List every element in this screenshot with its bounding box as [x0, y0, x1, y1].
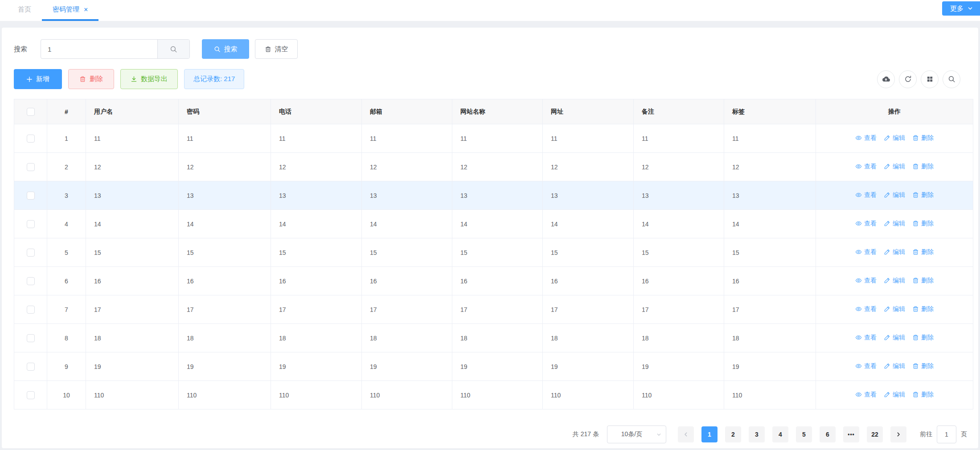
- pager-page-5[interactable]: 5: [796, 426, 812, 442]
- view-link[interactable]: 查看: [855, 248, 877, 256]
- edit-link[interactable]: 编辑: [884, 191, 905, 199]
- row-cell: 12: [452, 153, 543, 181]
- edit-link[interactable]: 编辑: [884, 134, 905, 142]
- pagination: 共 217 条 10条/页 123456•••22 前往 页: [14, 425, 973, 443]
- row-checkbox[interactable]: [27, 249, 35, 257]
- search-append-button[interactable]: [157, 40, 189, 58]
- delete-link[interactable]: 删除: [912, 134, 934, 142]
- row-actions: 查看编辑删除: [816, 238, 973, 267]
- row-index: 2: [47, 153, 86, 181]
- pager-page-22[interactable]: 22: [867, 426, 883, 442]
- tab-inactive[interactable]: 首页: [7, 0, 42, 21]
- delete-button[interactable]: 删除: [68, 69, 114, 89]
- trash-icon: [912, 163, 919, 170]
- edit-link[interactable]: 编辑: [884, 277, 905, 285]
- delete-link[interactable]: 删除: [912, 305, 934, 313]
- export-button[interactable]: 数据导出: [120, 69, 178, 89]
- table-row: 11111111111111111查看编辑删除: [14, 124, 973, 153]
- row-checkbox-cell: [14, 153, 47, 181]
- search-input[interactable]: [41, 40, 157, 58]
- delete-link[interactable]: 删除: [912, 391, 934, 399]
- edit-link[interactable]: 编辑: [884, 334, 905, 342]
- delete-link[interactable]: 删除: [912, 362, 934, 370]
- row-index: 1: [47, 124, 86, 153]
- pager-page-1[interactable]: 1: [701, 426, 718, 442]
- row-cell: 12: [724, 153, 816, 181]
- edit-link[interactable]: 编辑: [884, 305, 905, 313]
- edit-link-label: 编辑: [893, 305, 905, 313]
- refresh-icon[interactable]: [899, 70, 917, 88]
- row-cell: 18: [724, 324, 816, 352]
- edit-link[interactable]: 编辑: [884, 163, 905, 171]
- row-cell: 12: [362, 153, 452, 181]
- pager-page-4[interactable]: 4: [772, 426, 788, 442]
- row-cell: 16: [634, 267, 724, 295]
- row-checkbox[interactable]: [27, 220, 35, 228]
- row-checkbox[interactable]: [27, 192, 35, 200]
- edit-link[interactable]: 编辑: [884, 248, 905, 256]
- search-button[interactable]: 搜索: [202, 39, 249, 59]
- edit-link[interactable]: 编辑: [884, 220, 905, 228]
- pager-page-3[interactable]: 3: [749, 426, 765, 442]
- view-link[interactable]: 查看: [855, 334, 877, 342]
- row-checkbox[interactable]: [27, 334, 35, 342]
- row-cell: 19: [543, 352, 634, 381]
- row-cell: 15: [179, 238, 271, 267]
- delete-link[interactable]: 删除: [912, 277, 934, 285]
- row-checkbox[interactable]: [27, 135, 35, 143]
- delete-link[interactable]: 删除: [912, 334, 934, 342]
- grid-icon[interactable]: [921, 70, 939, 88]
- view-link[interactable]: 查看: [855, 391, 877, 399]
- table-row: 71717171717171717查看编辑删除: [14, 295, 973, 324]
- view-link[interactable]: 查看: [855, 134, 877, 142]
- edit-link[interactable]: 编辑: [884, 362, 905, 370]
- pager-page-6[interactable]: 6: [820, 426, 836, 442]
- pager-page-2[interactable]: 2: [725, 426, 741, 442]
- cloud-upload-icon[interactable]: [877, 70, 895, 88]
- view-link[interactable]: 查看: [855, 220, 877, 228]
- pager-next-button[interactable]: [890, 426, 906, 442]
- delete-link[interactable]: 删除: [912, 163, 934, 171]
- row-index: 8: [47, 324, 86, 352]
- row-cell: 17: [452, 295, 543, 324]
- eye-icon: [855, 306, 862, 312]
- column-header: 邮箱: [362, 99, 452, 124]
- tab-active[interactable]: 密码管理×: [42, 0, 98, 21]
- column-header: #: [47, 99, 86, 124]
- main-panel: 搜索 搜索 清空 新增: [2, 28, 978, 448]
- row-cell: 13: [543, 181, 634, 210]
- goto-page-input[interactable]: [937, 425, 956, 443]
- select-all-checkbox[interactable]: [27, 108, 35, 116]
- view-link[interactable]: 查看: [855, 163, 877, 171]
- delete-link[interactable]: 删除: [912, 248, 934, 256]
- edit-link[interactable]: 编辑: [884, 391, 905, 399]
- delete-link-label: 删除: [921, 334, 934, 342]
- row-cell: 19: [179, 352, 271, 381]
- row-checkbox[interactable]: [27, 391, 35, 399]
- view-link[interactable]: 查看: [855, 305, 877, 313]
- tab-list: 首页密码管理×: [7, 0, 98, 21]
- row-cell: 110: [724, 381, 816, 409]
- view-link[interactable]: 查看: [855, 362, 877, 370]
- delete-link[interactable]: 删除: [912, 220, 934, 228]
- edit-link-label: 编辑: [893, 248, 905, 256]
- pager-prev-button[interactable]: [678, 426, 694, 442]
- row-checkbox[interactable]: [27, 277, 35, 285]
- row-cell: 11: [271, 124, 362, 153]
- view-link[interactable]: 查看: [855, 191, 877, 199]
- tab-close-icon[interactable]: ×: [84, 6, 88, 13]
- delete-link[interactable]: 删除: [912, 191, 934, 199]
- row-checkbox[interactable]: [27, 363, 35, 371]
- more-button-label: 更多: [950, 4, 964, 13]
- pager-ellipsis[interactable]: •••: [843, 426, 859, 442]
- more-button[interactable]: 更多: [942, 1, 980, 16]
- view-link[interactable]: 查看: [855, 277, 877, 285]
- search-icon: [170, 45, 177, 53]
- page-size-select[interactable]: 10条/页: [607, 425, 666, 443]
- row-checkbox[interactable]: [27, 306, 35, 314]
- clear-button[interactable]: 清空: [255, 39, 298, 59]
- add-button[interactable]: 新增: [14, 69, 62, 89]
- row-checkbox[interactable]: [27, 163, 35, 171]
- row-actions: 查看编辑删除: [816, 153, 973, 181]
- search-icon[interactable]: [943, 70, 960, 88]
